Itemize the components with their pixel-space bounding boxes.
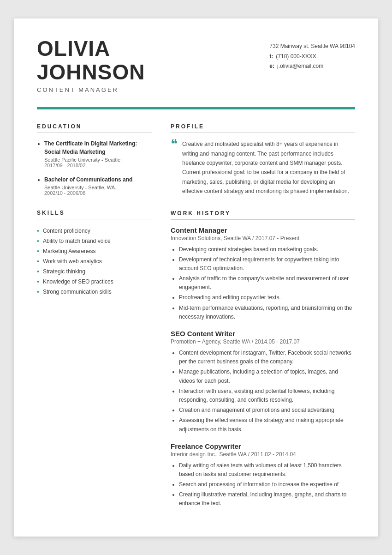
header-left: OLIVIA JOHNSON CONTENT MANAGER — [37, 37, 145, 93]
job-2-bullet-0: Daily writing of sales texts with volume… — [179, 461, 355, 479]
job-1-bullet-0: Content development for Instagram, Twitt… — [179, 349, 355, 366]
job-1-bullet-1: Manage publications, including a selecti… — [179, 368, 355, 385]
job-company-0: Innovation Solutions, Seattle WA / 2017.… — [171, 235, 355, 241]
phone-label: t: — [269, 52, 273, 62]
education-item-1: The Certificate in Digital Marketing: So… — [37, 139, 152, 168]
profile-body-text: Creative and motivated specialist with 8… — [182, 139, 355, 196]
profile-section: PROFILE ❝ Creative and motivated special… — [171, 123, 355, 196]
phone-number: (718) 000-XXXX — [276, 52, 316, 62]
job-bullets-0: Developing content strategies based on m… — [179, 245, 355, 322]
date-2: 2002/10 - 2006/08 — [44, 190, 152, 196]
education-section: EDUCATION The Certificate in Digital Mar… — [37, 123, 152, 196]
school-1: Seattle Pacific University - Seattle, — [44, 157, 152, 163]
candidate-title: CONTENT MANAGER — [37, 86, 145, 93]
job-item-0: Content Manager Innovation Solutions, Se… — [171, 226, 355, 322]
job-0-bullet-4: Mid-term performance evaluations, report… — [179, 304, 355, 321]
education-item-2: Bachelor of Communications and Seattle U… — [37, 175, 152, 196]
left-column: EDUCATION The Certificate in Digital Mar… — [37, 123, 152, 522]
skill-item-2: Marketing Awareness — [37, 246, 152, 256]
job-0-bullet-1: Development of technical requirements fo… — [179, 255, 355, 273]
email-address: j.olivia@email.com — [277, 61, 323, 72]
skills-section: SKILLS Content proficiency Ability to ma… — [37, 210, 152, 297]
skill-item-3: Work with web analytics — [37, 256, 152, 266]
job-0-bullet-3: Proofreading and editing copywriter text… — [179, 293, 355, 302]
header-section: OLIVIA JOHNSON CONTENT MANAGER 732 Mainw… — [14, 18, 378, 103]
school-2: Seattle University - Seattle, WA. — [44, 185, 152, 190]
phone-line: t: (718) 000-XXXX — [269, 52, 355, 62]
job-bullets-2: Daily writing of sales texts with volume… — [179, 461, 355, 508]
job-1-bullet-3: Creation and management of promotions an… — [179, 406, 355, 415]
job-0-bullet-2: Analysis of traffic to the company's web… — [179, 274, 355, 292]
quote-mark-icon: ❝ — [171, 138, 178, 196]
job-title-1: SEO Content Writer — [171, 330, 355, 338]
resume-container: OLIVIA JOHNSON CONTENT MANAGER 732 Mainw… — [14, 18, 378, 537]
body-section: EDUCATION The Certificate in Digital Mar… — [14, 109, 378, 536]
skill-item-4: Strategic thinking — [37, 266, 152, 277]
job-title-0: Content Manager — [171, 226, 355, 234]
skill-item-5: Knowledge of SEO practices — [37, 277, 152, 287]
skill-item-1: Ability to match brand voice — [37, 236, 152, 246]
education-title: EDUCATION — [37, 123, 152, 133]
job-1-bullet-4: Assessing the effectiveness of the strat… — [179, 416, 355, 434]
right-column: PROFILE ❝ Creative and motivated special… — [171, 123, 355, 522]
profile-quote-block: ❝ Creative and motivated specialist with… — [171, 139, 355, 196]
skill-item-0: Content proficiency — [37, 226, 152, 236]
email-line: e: j.olivia@email.com — [269, 61, 355, 72]
job-0-bullet-0: Developing content strategies based on m… — [179, 245, 355, 254]
last-name: JOHNSON — [37, 60, 145, 84]
skill-item-6: Strong communication skills — [37, 287, 152, 297]
job-bullets-1: Content development for Instagram, Twitt… — [179, 349, 355, 434]
degree-1: The Certificate in Digital Marketing: So… — [44, 139, 152, 156]
work-history-title: WORK HISTORY — [171, 210, 355, 220]
candidate-name: OLIVIA JOHNSON — [37, 37, 145, 84]
date-1: 2017/09 - 2018/02 — [44, 163, 152, 168]
skills-title: SKILLS — [37, 210, 152, 219]
email-label: e: — [269, 61, 274, 72]
contact-info: 732 Mainway st. Seattle WA 98104 t: (718… — [269, 37, 355, 72]
address-text: 732 Mainway st. Seattle WA 98104 — [269, 42, 355, 52]
job-1-bullet-2: Interaction with users, existing and pot… — [179, 387, 355, 404]
job-company-1: Promotion + Agency, Seattle WA / 2014.05… — [171, 338, 355, 345]
address-line: 732 Mainway st. Seattle WA 98104 — [269, 42, 355, 52]
job-2-bullet-1: Search and processing of information to … — [179, 480, 355, 489]
job-item-1: SEO Content Writer Promotion + Agency, S… — [171, 330, 355, 434]
work-history-section: WORK HISTORY Content Manager Innovation … — [171, 210, 355, 508]
skills-list: Content proficiency Ability to match bra… — [37, 226, 152, 297]
first-name: OLIVIA — [37, 36, 110, 60]
job-item-2: Freelance Copywriter Interior design Inc… — [171, 442, 355, 508]
job-title-2: Freelance Copywriter — [171, 442, 355, 450]
job-company-2: Interior design Inc., Seattle WA / 2011.… — [171, 451, 355, 458]
job-2-bullet-2: Creating illustrative material, includin… — [179, 490, 355, 508]
degree-2: Bachelor of Communications and — [44, 175, 152, 184]
profile-title: PROFILE — [171, 123, 355, 133]
